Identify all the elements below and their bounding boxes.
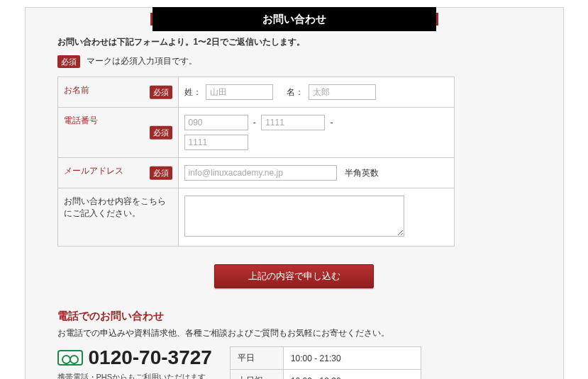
weekday-hours: 10:00 - 21:30 — [283, 347, 421, 370]
weekday-label: 平日 — [230, 347, 283, 370]
lastname-input[interactable] — [206, 84, 273, 100]
phone-contact-section: 電話でのお問い合わせ お電話での申込みや資料請求他、各種ご相談およびご質問もお気… — [57, 310, 531, 379]
weekend-hours: 10:00 - 18:30 — [283, 370, 421, 379]
submit-row: 上記の内容で申し込む — [57, 264, 531, 288]
hours-table: 平日 10:00 - 21:30 土日祝 10:00 - 18:30 — [230, 346, 421, 379]
firstname-label: 名： — [287, 87, 304, 97]
email-label: メールアドレス — [64, 166, 123, 176]
email-input-cell: 半角英数 — [178, 158, 454, 188]
message-textarea[interactable] — [184, 196, 404, 237]
weekend-label: 土日祝 — [230, 370, 283, 379]
required-note-text: マークは必須入力項目です。 — [87, 56, 197, 66]
message-input-cell — [178, 188, 454, 247]
intro-text: お問い合わせは下記フォームより。1〜2日でご返信いたします。 — [57, 36, 531, 48]
name-label-cell: お名前 必須 — [57, 77, 178, 108]
freedial-icon — [57, 350, 83, 366]
name-label: お名前 — [64, 85, 89, 95]
phone-section-desc: お電話での申込みや資料請求他、各種ご相談およびご質問もお気軽にお寄せください。 — [57, 327, 531, 339]
phone-number-block: 0120-70-3727 携帯電話・PHSからもご利用いただけます — [57, 346, 212, 379]
email-input[interactable] — [184, 165, 337, 181]
phone-part3-input[interactable] — [184, 135, 248, 150]
phone-required-badge: 必須 — [150, 126, 172, 139]
phone-part1-input[interactable] — [184, 115, 248, 130]
message-label-cell: お問い合わせ内容をこちらにご記入ください。 — [57, 188, 178, 247]
phone-section-title: 電話でのお問い合わせ — [57, 310, 531, 323]
panel-header: お問い合わせ — [152, 7, 436, 31]
name-input-cell: 姓： 名： — [178, 77, 454, 108]
message-label: お問い合わせ内容をこちらにご記入ください。 — [64, 196, 166, 218]
name-required-badge: 必須 — [150, 86, 172, 98]
phone-label: 電話番号 — [64, 115, 98, 125]
email-note: 半角英数 — [345, 168, 379, 178]
lastname-label: 姓： — [184, 87, 201, 97]
panel-title: お問い合わせ — [262, 13, 326, 25]
email-label-cell: メールアドレス 必須 — [57, 158, 178, 188]
phone-number: 0120-70-3727 — [89, 346, 212, 369]
required-note: 必須 マークは必須入力項目です。 — [57, 55, 531, 68]
phone-sep2: - — [331, 118, 333, 128]
email-required-badge: 必須 — [150, 166, 172, 179]
contact-panel: お問い合わせ お問い合わせは下記フォームより。1〜2日でご返信いたします。 必須… — [25, 7, 564, 379]
phone-input-cell: - - — [178, 108, 454, 158]
required-badge-icon: 必須 — [57, 55, 80, 68]
phone-part2-input[interactable] — [261, 115, 325, 130]
phone-label-cell: 電話番号 必須 — [57, 108, 178, 158]
phone-sep1: - — [253, 118, 256, 128]
submit-button[interactable]: 上記の内容で申し込む — [214, 264, 374, 288]
firstname-input[interactable] — [309, 84, 376, 100]
contact-form-table: お名前 必須 姓： 名： 電話番号 必須 - - — [57, 77, 455, 247]
phone-subnote: 携帯電話・PHSからもご利用いただけます — [57, 372, 212, 379]
